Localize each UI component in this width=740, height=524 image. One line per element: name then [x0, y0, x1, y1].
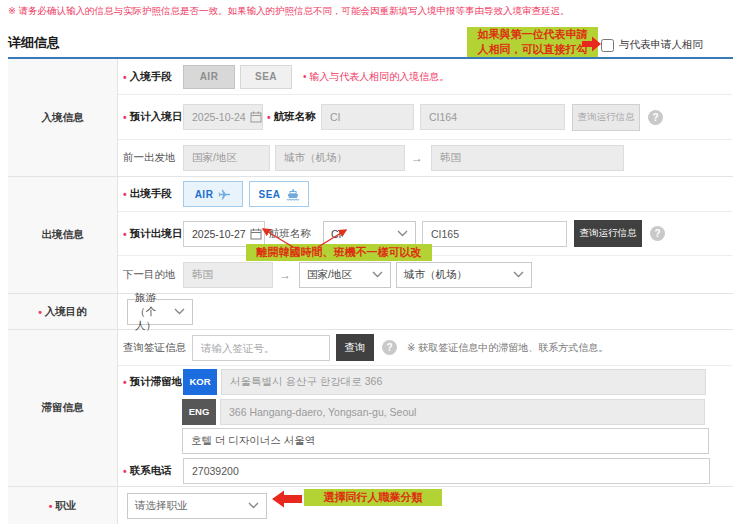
next-city-select[interactable]: 城市（机场） [396, 262, 532, 288]
exit-method-label: •出境手段 [123, 187, 181, 201]
entry-origin-label: 前一出发地 [123, 151, 181, 165]
airplane-icon [218, 188, 231, 201]
next-destination-label: 下一目的地 [123, 268, 181, 282]
exit-method-row: •出境手段 AIR SEA [118, 177, 732, 212]
page-title: 详细信息 [8, 34, 60, 52]
same-as-representative-label: 与代表申请人相同 [619, 38, 703, 52]
entry-date-field: 2025-10-24 [183, 104, 263, 130]
entry-date-row: •预计入境日 2025-10-24 •航班名称 CI CI164 查询运行信息 … [118, 95, 732, 140]
exit-date-field[interactable]: 2025-10-27 [183, 221, 265, 247]
next-from-field: 韩国 [183, 262, 273, 288]
purpose-select[interactable]: 旅游（个人） [127, 299, 193, 325]
required-marker: • [123, 376, 127, 388]
stay-address-eng-field: 366 Hangang-daero, Yongsan-gu, Seoul [220, 399, 705, 425]
purpose-row: 旅游（个人） [118, 294, 732, 329]
rep-same-annotation: 如果與第一位代表申請 人相同，可以直接打勾 [467, 27, 598, 57]
required-marker: • [123, 111, 127, 123]
exit-date-label: •预计出境日 [123, 227, 181, 241]
chevron-down-icon [397, 230, 408, 237]
required-marker: • [123, 228, 127, 240]
phone-row: •联系电话 [118, 455, 732, 486]
stay-address-detail-field[interactable] [182, 428, 709, 454]
stay-address-label: •预计滞留地 [123, 375, 181, 389]
group-stay: 滞留信息 查询签证信息 查询 ? ※ 获取签证信息中的滞留地、联系方式信息。 •… [8, 329, 733, 486]
chevron-down-icon [372, 271, 383, 278]
required-marker: • [123, 71, 127, 83]
exit-flight-label: 航班名称 [269, 227, 323, 241]
chevron-down-icon [248, 502, 259, 509]
exit-flight-number-input[interactable] [431, 228, 558, 240]
origin-country-field: 国家/地区 [183, 145, 270, 171]
same-as-representative-checkbox[interactable] [601, 39, 614, 52]
required-marker: • [267, 111, 271, 123]
entry-sea-tab: SEA [240, 65, 292, 89]
chevron-down-icon [513, 271, 524, 278]
exit-sea-tab[interactable]: SEA [249, 181, 309, 207]
exit-query-schedule-button[interactable]: 查询运行信息 [574, 220, 642, 247]
group-exit: 出境信息 •出境手段 AIR SEA •预计出境日 202 [8, 176, 733, 293]
ship-icon [286, 188, 300, 201]
entry-section-label: 入境信息 [8, 59, 118, 176]
kor-badge: KOR [183, 369, 217, 395]
arrival-form-page: ※ 请务必确认输入的信息与实际护照信息是否一致。如果输入的护照信息不同，可能会因… [0, 0, 740, 524]
exit-carrier-select[interactable]: CI [323, 221, 416, 247]
detail-table: 入境信息 •入境手段 AIR SEA • 输入与代表人相同的入境信息。 •预计入… [8, 57, 733, 524]
chevron-down-icon [174, 308, 185, 315]
required-marker: • [38, 306, 42, 318]
stay-address-kor-field: 서울특별시 용산구 한강대로 366 [221, 369, 706, 395]
stay-section-label: 滞留信息 [8, 330, 118, 486]
entry-query-schedule-button: 查询运行信息 [572, 104, 640, 131]
required-marker: • [49, 500, 53, 512]
exit-air-tab[interactable]: AIR [183, 181, 243, 207]
phone-field[interactable] [183, 458, 710, 484]
stay-address-eng-row: ENG 366 Hangang-daero, Yongsan-gu, Seoul [118, 397, 732, 426]
phone-label: •联系电话 [123, 464, 181, 478]
eng-badge: ENG [182, 399, 216, 425]
calendar-icon [250, 111, 262, 123]
exit-next-destination-row: 下一目的地 韩国 → 国家/地区 城市（机场） [118, 256, 732, 293]
required-marker: • [123, 188, 127, 200]
stay-address-detail-input[interactable] [191, 435, 700, 447]
entry-method-row: •入境手段 AIR SEA • 输入与代表人相同的入境信息。 [118, 59, 732, 95]
visa-query-label: 查询签证信息 [123, 341, 187, 355]
group-purpose: •入境目的 旅游（个人） [8, 293, 733, 329]
job-annotation: 選擇同行人職業分類 [304, 489, 442, 506]
origin-destination-field: 韩国 [431, 145, 624, 171]
arrow-right-icon: → [279, 268, 291, 282]
visa-query-row: 查询签证信息 查询 ? ※ 获取签证信息中的滞留地、联系方式信息。 [118, 330, 732, 366]
entry-origin-row: 前一出发地 国家/地区 城市（机场） → 韩国 [118, 140, 732, 176]
next-country-select[interactable]: 国家/地区 [299, 262, 391, 288]
help-icon[interactable]: ? [382, 340, 397, 355]
phone-input[interactable] [192, 465, 701, 477]
entry-flight-label: •航班名称 [267, 110, 321, 124]
arrow-right-icon: → [411, 151, 423, 165]
help-icon[interactable]: ? [648, 110, 663, 125]
stay-address-kor-row: •预计滞留地 KOR 서울특별시 용산구 한강대로 366 [118, 366, 732, 397]
entry-method-label: •入境手段 [123, 70, 181, 84]
entry-flight-number-field: CI164 [420, 104, 565, 130]
exit-flight-number-field[interactable] [422, 221, 567, 247]
entry-date-label: •预计入境日 [123, 110, 181, 124]
visa-number-input[interactable] [201, 342, 321, 354]
same-as-representative-row: 与代表申请人相同 [601, 38, 703, 52]
exit-change-annotation: 離開韓國時間、班機不一樣可以改 [246, 244, 432, 261]
entry-air-tab: AIR [183, 65, 235, 89]
exit-section-label: 出境信息 [8, 177, 118, 293]
purpose-section-label: •入境目的 [8, 294, 118, 329]
calendar-icon[interactable] [250, 228, 262, 240]
entry-carrier-field: CI [321, 104, 414, 130]
entry-method-note: • 输入与代表人相同的入境信息。 [303, 70, 449, 84]
job-section-label: •职业 [8, 487, 118, 524]
visa-query-button[interactable]: 查询 [336, 334, 374, 361]
visa-number-field[interactable] [192, 335, 330, 361]
group-entry: 入境信息 •入境手段 AIR SEA • 输入与代表人相同的入境信息。 •预计入… [8, 59, 733, 176]
job-select[interactable]: 请选择职业 [127, 493, 267, 519]
help-icon[interactable]: ? [650, 226, 665, 241]
origin-city-field: 城市（机场） [275, 145, 405, 171]
stay-address-detail-row [118, 426, 732, 455]
passport-warning: ※ 请务必确认输入的信息与实际护照信息是否一致。如果输入的护照信息不同，可能会因… [8, 5, 570, 18]
required-marker: • [123, 465, 127, 477]
visa-note: ※ 获取签证信息中的滞留地、联系方式信息。 [407, 341, 608, 355]
